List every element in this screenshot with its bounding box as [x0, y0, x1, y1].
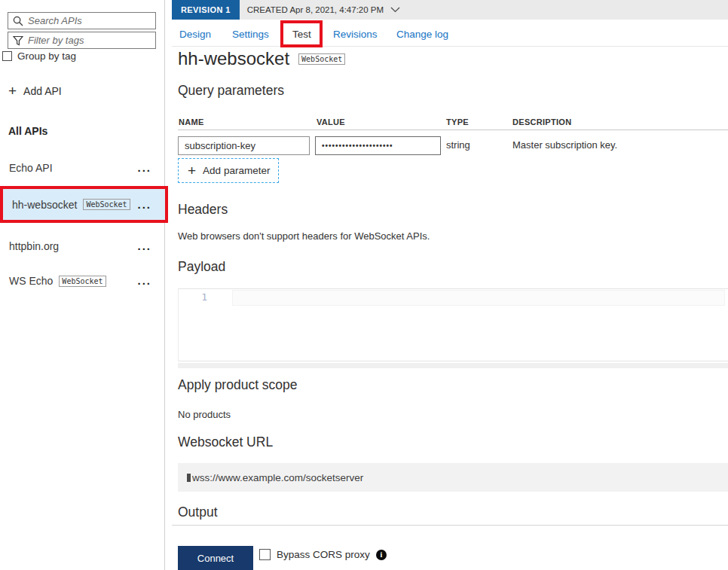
bypass-cors-label: Bypass CORS proxy [277, 549, 370, 560]
more-options-icon[interactable]: ... [137, 164, 151, 172]
column-header-name: NAME [179, 117, 204, 126]
tab-revisions[interactable]: Revisions [333, 29, 378, 40]
column-header-value: VALUE [317, 117, 345, 126]
editor-active-line [232, 290, 725, 306]
plus-icon: + [188, 166, 196, 176]
websocket-url-heading: Websocket URL [178, 434, 273, 450]
sidebar-item-hh-websocket[interactable]: hh-websocket WebSocket ... [0, 186, 168, 223]
api-title-text: hh-websocket [178, 48, 289, 69]
api-item-label: WS Echo [9, 275, 53, 287]
headers-heading: Headers [178, 202, 228, 218]
add-parameter-label: Add parameter [203, 165, 270, 176]
headers-message: Web browsers don't support headers for W… [178, 230, 430, 242]
api-item-label: httpbin.org [9, 240, 59, 252]
search-apis-box[interactable] [8, 12, 156, 29]
connect-button[interactable]: Connect [178, 546, 253, 570]
filter-icon [13, 35, 23, 46]
product-scope-message: No products [178, 409, 231, 420]
created-timestamp: CREATED Apr 8, 2021, 4:47:20 PM [247, 5, 384, 14]
editor-line-number: 1 [186, 291, 207, 303]
search-icon [13, 16, 23, 26]
add-parameter-button[interactable]: + Add parameter [178, 158, 279, 183]
bypass-cors-row[interactable]: Bypass CORS proxy i [259, 549, 387, 560]
tab-settings[interactable]: Settings [232, 29, 269, 40]
footer-divider [172, 525, 728, 526]
sidebar-item-ws-echo[interactable]: WS Echo WebSocket ... [0, 266, 165, 296]
product-scope-heading: Apply product scope [178, 377, 298, 393]
websocket-badge: WebSocket [59, 276, 106, 287]
output-heading: Output [178, 504, 218, 520]
sidebar-item-echo-api[interactable]: Echo API ... [0, 153, 165, 183]
bypass-cors-checkbox[interactable] [259, 549, 271, 560]
param-value-input[interactable] [315, 136, 441, 155]
text-cursor [187, 474, 191, 482]
websocket-url-value: wss://www.example.com/socketserver [192, 472, 363, 483]
revision-badge: REVISION 1 [172, 0, 240, 20]
group-by-tag-checkbox[interactable] [2, 51, 12, 61]
api-sidebar: Group by tag + Add API All APIs Echo API… [0, 0, 165, 570]
group-by-tag-label: Group by tag [17, 50, 76, 62]
api-item-label: hh-websocket [12, 199, 77, 211]
websocket-badge: WebSocket [83, 199, 130, 210]
editor-scrollbar[interactable] [178, 363, 728, 368]
annotation-box-test-tab [280, 20, 323, 47]
filter-tags-input[interactable] [28, 35, 151, 46]
more-options-icon[interactable]: ... [137, 277, 151, 285]
param-description-cell: Master subscription key. [512, 139, 617, 151]
tab-design[interactable]: Design [179, 29, 211, 40]
add-api-button[interactable]: + Add API [8, 85, 62, 97]
add-api-label: Add API [23, 85, 62, 97]
column-header-type: TYPE [446, 117, 469, 126]
search-apis-input[interactable] [28, 15, 151, 26]
more-options-icon[interactable]: ... [137, 242, 151, 250]
query-parameters-heading: Query parameters [178, 83, 284, 99]
all-apis-heading: All APIs [8, 125, 47, 137]
info-icon[interactable]: i [376, 550, 387, 560]
api-item-label: Echo API [9, 162, 53, 174]
tab-bar: Design Settings Test Revisions Change lo… [172, 20, 728, 47]
more-options-icon[interactable]: ... [137, 201, 151, 209]
chevron-down-icon[interactable] [390, 7, 400, 13]
payload-editor[interactable]: 1 [178, 288, 728, 361]
tab-change-log[interactable]: Change log [396, 29, 448, 40]
page-title: hh-websocket WebSocket [178, 48, 345, 69]
revision-strip: REVISION 1 CREATED Apr 8, 2021, 4:47:20 … [172, 0, 728, 20]
websocket-badge: WebSocket [298, 53, 345, 65]
table-header-divider [178, 130, 728, 130]
column-header-description: DESCRIPTION [512, 117, 571, 126]
param-type-cell: string [446, 139, 470, 151]
websocket-url-field[interactable]: wss://www.example.com/socketserver [178, 463, 728, 492]
payload-heading: Payload [178, 259, 225, 275]
sidebar-item-httpbin[interactable]: httpbin.org ... [0, 231, 165, 261]
filter-tags-box[interactable] [8, 32, 156, 49]
group-by-tag-row[interactable]: Group by tag [2, 50, 76, 62]
plus-icon: + [8, 86, 17, 96]
param-name-input[interactable] [178, 136, 310, 155]
